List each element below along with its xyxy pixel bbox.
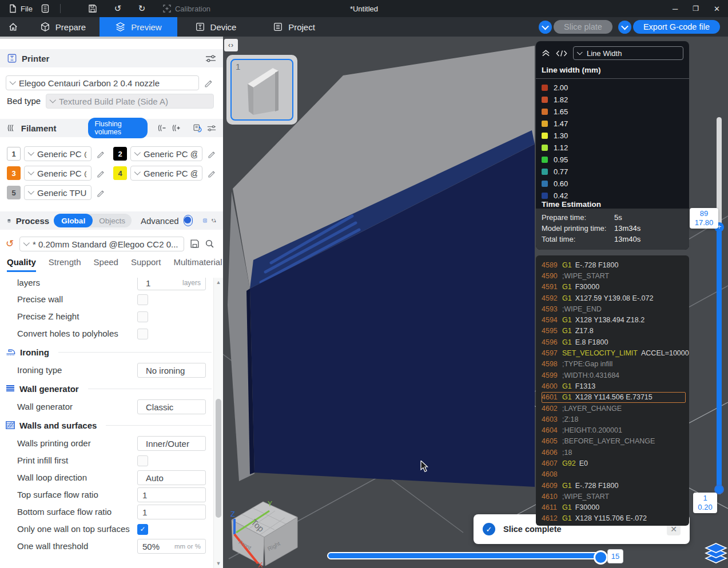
gcode-line[interactable]: 4593;WIPE_END bbox=[542, 303, 689, 314]
process-tab-multimaterial[interactable]: Multimaterial bbox=[174, 257, 222, 272]
gcode-line[interactable]: 4606;18 bbox=[542, 447, 689, 458]
printer-settings-icon[interactable] bbox=[205, 54, 216, 63]
undo-icon[interactable]: ↺ bbox=[113, 4, 122, 13]
gcode-line[interactable]: 4596G1E.8 F1800 bbox=[542, 337, 689, 347]
calibration-menu[interactable]: Calibration bbox=[162, 4, 210, 13]
filament-preset-select[interactable]: Generic PC @E... bbox=[24, 146, 92, 161]
process-tab-strength[interactable]: Strength bbox=[49, 257, 81, 272]
setting-select[interactable]: No ironing bbox=[137, 363, 206, 378]
plate-thumbnail[interactable]: 1 bbox=[226, 55, 297, 125]
printer-preset-select[interactable]: Elegoo Centauri Carbon 2 0.4 nozzle bbox=[6, 75, 199, 90]
filament-color-chip[interactable]: 1 bbox=[7, 147, 21, 161]
process-tab-speed[interactable]: Speed bbox=[94, 257, 118, 272]
gcode-line[interactable]: 4598;TYPE:Gap infill bbox=[542, 359, 689, 370]
advanced-toggle[interactable] bbox=[184, 215, 193, 226]
filament-preset-select[interactable]: Generic PC @Ele... bbox=[130, 166, 202, 181]
printer-edit-icon[interactable] bbox=[202, 77, 214, 88]
filament-preset-select[interactable]: Generic PC @Ele... bbox=[130, 146, 202, 161]
scope-global[interactable]: Global bbox=[54, 214, 93, 227]
minimize-button[interactable]: ─ bbox=[673, 5, 678, 13]
redo-icon[interactable]: ↻ bbox=[137, 4, 146, 13]
slice-plate-button[interactable]: Slice plate bbox=[554, 20, 612, 34]
gcode-line[interactable]: 4608 bbox=[542, 469, 689, 480]
filament-color-chip[interactable]: 5 bbox=[7, 186, 21, 199]
filament-edit-icon[interactable] bbox=[206, 167, 217, 179]
search-preset-icon[interactable] bbox=[204, 238, 215, 249]
notes-icon[interactable] bbox=[41, 4, 50, 13]
gcode-viewer[interactable]: 4589G1E-.728 F18004590;WIPE_START4591G1F… bbox=[536, 255, 689, 526]
gcode-line[interactable]: 4599;WIDTH:0.431684 bbox=[542, 370, 689, 381]
gcode-line[interactable]: 4607G92E0 bbox=[542, 458, 689, 469]
gcode-line[interactable]: 4591G1F30000 bbox=[542, 282, 689, 293]
compare-presets-icon[interactable]: AB bbox=[212, 215, 216, 226]
checkbox-unchecked[interactable] bbox=[137, 329, 148, 339]
tab-project[interactable]: Project bbox=[254, 17, 334, 37]
close-button[interactable]: ✕ bbox=[714, 5, 720, 13]
setting-select[interactable]: Auto bbox=[137, 470, 206, 485]
orientation-cube[interactable]: Z Y X Top Front Right bbox=[228, 498, 299, 568]
gcode-line[interactable]: 4600G1F1313 bbox=[542, 381, 689, 391]
filament-color-chip[interactable]: 2 bbox=[113, 147, 127, 161]
gcode-line[interactable]: 4604;HEIGHT:0.200001 bbox=[542, 425, 689, 435]
filament-preset-select[interactable]: Generic PC @E... bbox=[24, 166, 92, 181]
remove-filament-icon[interactable] bbox=[157, 123, 166, 133]
add-filament-icon[interactable] bbox=[171, 123, 181, 133]
scrollbar-thumb[interactable] bbox=[216, 399, 221, 518]
gcode-line[interactable]: 4592G1X127.59 Y139.08 E-.072 bbox=[542, 293, 689, 303]
process-tab-quality[interactable]: Quality bbox=[7, 257, 36, 272]
setting-input[interactable]: 1 bbox=[137, 487, 206, 502]
bed-type-select[interactable]: Textured Build Plate (Side A) bbox=[46, 94, 214, 109]
gcode-view-icon[interactable] bbox=[556, 50, 567, 57]
move-slider-handle[interactable] bbox=[594, 550, 608, 565]
save-preset-icon[interactable] bbox=[189, 238, 200, 249]
scroll-up-icon[interactable]: ▲ bbox=[214, 279, 223, 285]
checkbox-unchecked[interactable] bbox=[137, 311, 148, 322]
gcode-line[interactable]: 4611G1F30000 bbox=[542, 502, 689, 513]
settings-scrollbar[interactable]: ▲ ▼ bbox=[213, 278, 223, 568]
filament-settings-icon[interactable] bbox=[207, 124, 216, 133]
save-icon[interactable] bbox=[88, 4, 97, 13]
gcode-line[interactable]: 4594G1X128 Y138.494 Z18.2 bbox=[542, 314, 689, 325]
scope-objects[interactable]: Objects bbox=[93, 217, 132, 225]
gcode-line[interactable]: 4605;BEFORE_LAYER_CHANGE bbox=[542, 436, 689, 447]
tab-preview[interactable]: Preview bbox=[100, 17, 177, 37]
tab-device[interactable]: Device bbox=[177, 17, 254, 37]
setting-input[interactable]: 1 bbox=[137, 505, 206, 519]
filament-edit-icon[interactable] bbox=[206, 148, 217, 159]
parameter-table-icon[interactable] bbox=[203, 215, 207, 226]
gcode-line[interactable]: 4595G1Z17.8 bbox=[542, 326, 689, 337]
gcode-line[interactable]: 4610;WIPE_START bbox=[542, 491, 689, 502]
gcode-line[interactable]: 4612G1X128 Y115.706 E-.072 bbox=[542, 513, 689, 524]
sidebar-collapse-button[interactable]: ‹› bbox=[224, 39, 238, 51]
gcode-line[interactable]: 4602;LAYER_CHANGE bbox=[542, 403, 689, 414]
process-tab-support[interactable]: Support bbox=[131, 257, 161, 272]
filament-color-chip[interactable]: 3 bbox=[7, 166, 21, 180]
file-menu[interactable]: File bbox=[8, 4, 33, 13]
filament-preset-select[interactable]: Generic TPU bbox=[24, 185, 92, 200]
flushing-volumes-button[interactable]: Flushing volumes bbox=[88, 118, 147, 138]
gcode-line[interactable]: 4609G1E-.728 F1800 bbox=[542, 480, 689, 491]
setting-input[interactable]: 50%mm or % bbox=[137, 539, 206, 554]
filament-edit-icon[interactable] bbox=[95, 187, 106, 198]
slice-options-chevron[interactable] bbox=[539, 21, 552, 34]
collapse-panel-icon[interactable] bbox=[542, 49, 550, 57]
gcode-line[interactable]: 4589G1E-.728 F1800 bbox=[542, 259, 689, 270]
checkbox-checked[interactable]: ✓ bbox=[137, 524, 148, 535]
home-button[interactable] bbox=[0, 17, 26, 37]
export-gcode-button[interactable]: Export G-code file bbox=[633, 20, 720, 34]
tab-prepare[interactable]: Prepare bbox=[26, 17, 100, 37]
filament-edit-icon[interactable] bbox=[95, 148, 106, 159]
gcode-line[interactable]: 4590;WIPE_START bbox=[542, 270, 689, 281]
checkbox-unchecked[interactable] bbox=[137, 294, 148, 305]
export-options-chevron[interactable] bbox=[618, 21, 631, 34]
sync-filament-icon[interactable] bbox=[193, 123, 202, 134]
checkbox-unchecked[interactable] bbox=[137, 455, 148, 466]
gcode-line[interactable]: 4603;Z:18 bbox=[542, 414, 689, 425]
setting-select[interactable]: Classic bbox=[137, 399, 206, 414]
filament-edit-icon[interactable] bbox=[95, 167, 106, 179]
gcode-line[interactable]: 4597SET_VELOCITY_LIMITACCEL=10000 bbox=[542, 347, 689, 358]
filament-color-chip[interactable]: 4 bbox=[113, 166, 127, 180]
scroll-down-icon[interactable]: ▼ bbox=[214, 561, 223, 566]
process-scope-toggle[interactable]: Global Objects bbox=[54, 214, 132, 227]
setting-select[interactable]: Inner/Outer bbox=[137, 436, 206, 451]
